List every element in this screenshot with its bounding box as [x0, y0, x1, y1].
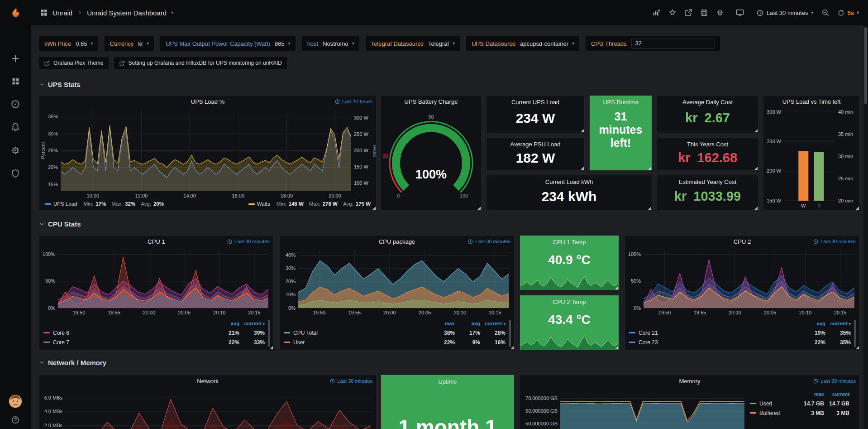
- explore-icon[interactable]: [10, 99, 20, 109]
- cycle-view-icon[interactable]: [735, 8, 744, 17]
- dashboards-icon[interactable]: [11, 77, 20, 86]
- tile-title[interactable]: CPU 2 Temp: [520, 299, 619, 305]
- avatar[interactable]: [9, 395, 22, 408]
- panel-title[interactable]: Memory: [520, 375, 859, 387]
- time-picker[interactable]: Last 30 minutes ▾: [757, 10, 814, 16]
- variable-ups-max-output-power-capacity-watt-[interactable]: UPS Max Output Power Capacity (Watt)865▾: [160, 36, 295, 51]
- dashboard-link-0[interactable]: Grafana Plex Theme: [39, 57, 109, 69]
- tile-title[interactable]: UPS Runtime: [590, 99, 652, 106]
- variable-value-dropdown[interactable]: Telegraf▾: [428, 40, 455, 47]
- refresh-icon[interactable]: [837, 9, 845, 17]
- panel-time-override: Last 30 minutes: [330, 378, 372, 384]
- legend-header[interactable]: avgcurrent ▾: [629, 319, 856, 328]
- section-ups-stats[interactable]: UPS Stats: [39, 81, 81, 88]
- svg-text:250 W: 250 W: [767, 139, 781, 144]
- chevron-down-icon[interactable]: ▾: [857, 10, 859, 15]
- variable-host[interactable]: hostNostromo▾: [302, 36, 359, 51]
- dashboard-link-1[interactable]: Setting up Grafana and InfluxDB for UPS …: [114, 57, 287, 69]
- battery-gauge[interactable]: 05010020100%: [382, 107, 481, 210]
- variable-value-dropdown[interactable]: kr▾: [138, 40, 149, 47]
- tile-title[interactable]: This Years Cost: [657, 141, 758, 148]
- legend-row[interactable]: User22%9%16%: [284, 337, 511, 347]
- page-scrollbar[interactable]: [863, 25, 868, 429]
- legend-scrollbar[interactable]: [509, 320, 511, 347]
- tile-title[interactable]: Current Load kWh: [486, 178, 652, 185]
- share-icon[interactable]: [684, 9, 692, 17]
- help-icon[interactable]: [11, 415, 20, 424]
- ups-load-chart[interactable]: 15%20%25%30%35%100 W150 W200 W250 W300 W…: [40, 107, 376, 199]
- svg-text:19:55: 19:55: [108, 310, 120, 315]
- legend-item[interactable]: WattsMin:148 WMax:278 WAvg:175 W: [248, 201, 371, 207]
- refresh-interval-label[interactable]: 5s: [848, 10, 854, 16]
- chevron-down-icon[interactable]: ▾: [171, 10, 173, 15]
- svg-text:35 min: 35 min: [838, 131, 853, 137]
- legend-row[interactable]: CPU Total38%17%28%: [284, 328, 511, 337]
- panel-ups-load: UPS Load % Last 12 hours 15%20%25%30%35%…: [39, 95, 377, 211]
- tile-value: 234 W: [486, 111, 584, 126]
- load-vs-time-chart[interactable]: 150 W200 W250 W300 W20 min25 min30 min35…: [764, 107, 859, 210]
- add-panel-icon[interactable]: [652, 9, 661, 17]
- cpu-package-chart[interactable]: 0%10%20%30%40%19:5019:5520:0020:0520:102…: [280, 247, 514, 316]
- variable-value-dropdown[interactable]: Nostromo▾: [323, 40, 354, 47]
- settings-icon[interactable]: [716, 9, 724, 17]
- variable-value-dropdown[interactable]: 0.65▾: [76, 40, 93, 47]
- legend-row[interactable]: Buffered3 MB3 MB: [750, 408, 855, 418]
- breadcrumb-current[interactable]: Unraid System Dashboard: [87, 9, 167, 17]
- svg-text:18:00: 18:00: [281, 193, 293, 198]
- star-icon[interactable]: [668, 9, 677, 17]
- cpu1-chart[interactable]: 0%50%100%19:5019:5520:0020:0520:1020:15: [40, 247, 273, 316]
- tile-title[interactable]: CPU 1 Temp: [520, 239, 619, 246]
- tile-title[interactable]: Uptime: [381, 378, 514, 385]
- ups-stat-tiles: Current UPS Load 234 W Average PSU Load …: [486, 95, 758, 211]
- grafana-logo[interactable]: [8, 5, 23, 20]
- svg-text:50%: 50%: [631, 278, 641, 284]
- tile-title[interactable]: Average Daily Cost: [657, 99, 758, 106]
- alerting-icon[interactable]: [10, 122, 20, 132]
- legend-header[interactable]: maxcurrent: [750, 390, 855, 399]
- admin-icon[interactable]: [10, 169, 20, 178]
- legend-header[interactable]: maxavgcurrent ▾: [284, 319, 511, 328]
- section-network-memory[interactable]: Network / Memory: [39, 359, 106, 366]
- network-chart[interactable]: 2.0 MBs4.0 MBs6.0 MBs: [40, 387, 376, 429]
- legend-row[interactable]: Core 621%39%: [43, 328, 270, 337]
- svg-text:10%: 10%: [286, 292, 296, 297]
- legend-scrollbar[interactable]: [268, 320, 270, 347]
- memory-chart[interactable]: 50.000000 GB60.000000 GB70.000000 GB: [520, 387, 749, 429]
- legend-row[interactable]: Core 2119%35%: [629, 328, 856, 337]
- tile-title[interactable]: Average PSU Load: [486, 141, 584, 148]
- refresh-picker[interactable]: 5s ▾: [837, 9, 859, 17]
- svg-text:19:50: 19:50: [658, 310, 671, 315]
- tile-title[interactable]: Current UPS Load: [486, 99, 584, 106]
- save-icon[interactable]: [700, 9, 708, 17]
- variable-ups-datasource[interactable]: UPS Datasourceapcupsd-container▾: [466, 36, 579, 51]
- legend-row[interactable]: Core 2322%35%: [629, 337, 856, 347]
- configuration-icon[interactable]: [10, 145, 20, 155]
- breadcrumb-root[interactable]: Unraid: [52, 9, 72, 17]
- variable-kwh-price[interactable]: kWh Price0.65▾: [39, 36, 98, 51]
- variable-value-dropdown[interactable]: apcupsd-container▾: [520, 40, 574, 47]
- legend-row[interactable]: Core 722%33%: [43, 337, 270, 347]
- variable-value-dropdown[interactable]: 865▾: [275, 40, 291, 47]
- variable-cpu-threads[interactable]: CPU Threads32: [586, 36, 720, 51]
- legend-item[interactable]: UPS LoadMin:17%Max:32%Avg:20%: [45, 201, 164, 207]
- legend-scrollbar[interactable]: [854, 320, 856, 347]
- panel-title[interactable]: UPS Battery Charge: [381, 96, 481, 107]
- section-cpu-stats[interactable]: CPU Stats: [39, 220, 81, 228]
- variable-currency[interactable]: Currencykr▾: [105, 36, 154, 51]
- scrollbar-thumb[interactable]: [864, 27, 867, 104]
- variable-telegraf-datasource[interactable]: Telegraf DatasourceTelegraf▾: [366, 36, 460, 51]
- apps-icon[interactable]: [40, 9, 48, 17]
- panel-title[interactable]: UPS Load %: [39, 96, 376, 107]
- variable-input[interactable]: 32: [631, 38, 715, 49]
- tile-title[interactable]: Estimated Yearly Cost: [657, 178, 758, 185]
- create-icon[interactable]: [10, 53, 20, 63]
- zoom-out-icon[interactable]: [821, 9, 830, 17]
- legend-row[interactable]: Used14.7 GB14.7 GB: [750, 399, 855, 408]
- legend-header[interactable]: avgcurrent ▾: [43, 319, 270, 328]
- cpu2-chart[interactable]: 0%50%100%19:5019:5520:0020:0520:1020:15: [625, 247, 859, 316]
- variable-label: Telegraf Datasource: [371, 40, 424, 47]
- svg-text:19:50: 19:50: [313, 310, 326, 315]
- panel-title[interactable]: UPS Load vs Time left: [763, 96, 859, 107]
- svg-text:0: 0: [397, 193, 400, 198]
- panel-title[interactable]: Network: [39, 375, 376, 387]
